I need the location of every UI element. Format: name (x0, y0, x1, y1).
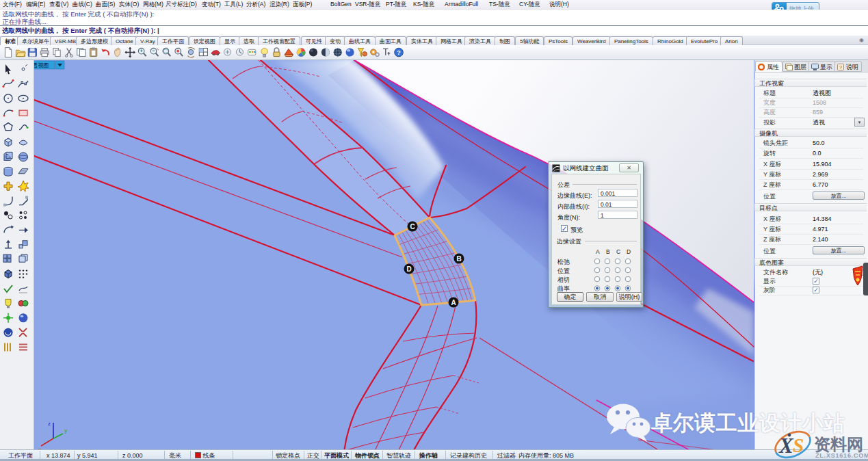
svg-text:z: z (48, 421, 51, 427)
svg-text:透视图: 透视图 (34, 62, 49, 68)
svg-text:A: A (451, 299, 456, 306)
svg-text:C: C (410, 223, 415, 230)
svg-text:?: ? (397, 49, 401, 56)
svg-text:?: ? (839, 64, 843, 70)
svg-text:D: D (406, 265, 411, 273)
svg-text:B: B (456, 255, 461, 263)
svg-text:y: y (64, 427, 67, 434)
